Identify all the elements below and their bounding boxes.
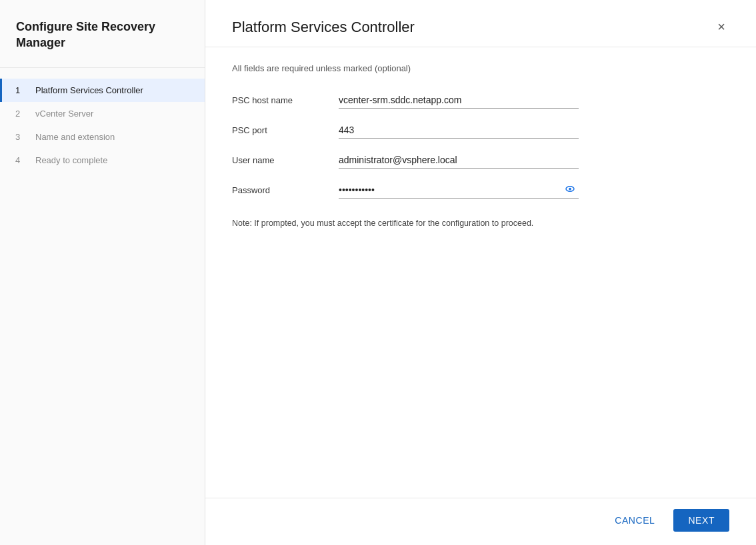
certificate-note: Note: If prompted, you must accept the c…: [232, 217, 729, 230]
user-name-row: User name: [232, 152, 729, 169]
cancel-button[interactable]: CANCEL: [604, 510, 665, 531]
step-number-4: 4: [15, 155, 27, 165]
psc-port-row: PSC port: [232, 122, 729, 139]
password-wrapper: [339, 182, 579, 199]
sidebar-step-2[interactable]: 2vCenter Server: [0, 102, 205, 125]
step-label-2: vCenter Server: [35, 109, 93, 119]
step-label-4: Ready to complete: [35, 155, 107, 165]
psc-port-input[interactable]: [339, 122, 579, 139]
user-name-input[interactable]: [339, 152, 579, 169]
sidebar-steps: 1Platform Services Controller2vCenter Se…: [0, 68, 205, 183]
step-number-3: 3: [15, 132, 27, 142]
step-label-1: Platform Services Controller: [35, 85, 143, 95]
step-number-2: 2: [15, 109, 27, 119]
sidebar-title: Configure Site Recovery Manager: [0, 0, 205, 68]
user-name-field: [339, 152, 579, 169]
main-footer: CANCEL NEXT: [205, 498, 756, 545]
psc-host-name-input[interactable]: [339, 92, 579, 109]
main-panel: Platform Services Controller × All field…: [205, 0, 756, 545]
sidebar-step-1[interactable]: 1Platform Services Controller: [0, 79, 205, 102]
next-button[interactable]: NEXT: [673, 509, 729, 532]
psc-port-label: PSC port: [232, 125, 339, 135]
sidebar-step-3[interactable]: 3Name and extension: [0, 125, 205, 149]
psc-host-name-field: [339, 92, 579, 109]
psc-port-field: [339, 122, 579, 139]
password-input[interactable]: [339, 182, 579, 199]
step-number-1: 1: [15, 85, 27, 95]
step-label-3: Name and extension: [35, 132, 115, 142]
configure-srm-dialog: Configure Site Recovery Manager 1Platfor…: [0, 0, 756, 545]
section-title: Platform Services Controller: [232, 19, 415, 36]
main-body: All fields are required unless marked (o…: [205, 47, 756, 498]
sidebar: Configure Site Recovery Manager 1Platfor…: [0, 0, 205, 545]
main-header: Platform Services Controller ×: [205, 0, 756, 47]
sidebar-step-4[interactable]: 4Ready to complete: [0, 149, 205, 172]
psc-host-name-label: PSC host name: [232, 95, 339, 105]
password-row: Password: [232, 182, 729, 199]
toggle-password-icon[interactable]: [564, 183, 576, 198]
psc-host-name-row: PSC host name: [232, 92, 729, 109]
user-name-label: User name: [232, 155, 339, 165]
required-note: All fields are required unless marked (o…: [232, 63, 729, 73]
svg-point-1: [569, 187, 571, 190]
close-button[interactable]: ×: [713, 19, 729, 35]
password-field: [339, 182, 579, 199]
password-label: Password: [232, 185, 339, 195]
